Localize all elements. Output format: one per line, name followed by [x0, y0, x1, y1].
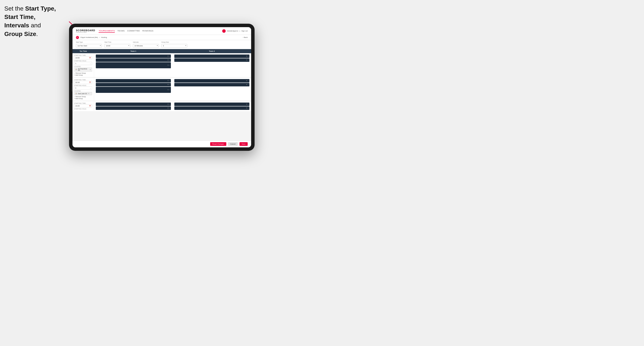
starting-hole-label-1: STARTING HOLE:: [74, 60, 92, 62]
starting-time-value-2[interactable]: 10:10 ⏰: [74, 81, 92, 84]
bold-start-type: Start Type,: [25, 5, 56, 12]
time-display-2: 10:10: [75, 81, 80, 83]
breadcrumb-section: Hosting: [101, 36, 107, 38]
player-x-4-1: ✕ ○: [246, 80, 248, 82]
starting-hole-value-2[interactable]: 1 ⌄: [74, 86, 92, 90]
col-team1: Team 1: [94, 49, 172, 53]
player-x-3-2: ✕ ○: [168, 84, 170, 86]
hole-arrow-1: ⌄: [90, 63, 91, 64]
table-header: Tee Time Team 1 Team 2: [72, 49, 251, 53]
group-size-select[interactable]: 3 2 4: [162, 44, 187, 48]
breadcrumb-bar: C Clippd Invitational (Me) › Hosting ‹ B…: [72, 35, 251, 40]
tab-rankings[interactable]: RANKINGS: [142, 29, 154, 33]
bold-intervals: Intervals: [4, 22, 29, 29]
player-input-1-1[interactable]: ✕ ○: [96, 54, 171, 58]
player-input-6-1[interactable]: ✕ ○: [174, 103, 250, 106]
group-size-group: Group Size 3 2 4: [162, 41, 187, 48]
course-remove-btn-2[interactable]: ✕: [88, 93, 90, 95]
team1-col-2: ✕ ○ ✕ ○ ✕ ○: [94, 78, 172, 101]
course-badge-2: 🏌 East Lake GC ✕: [74, 92, 92, 95]
remove-group-link-2[interactable]: ○ Remove Group: [74, 96, 92, 97]
hole-display-1: 1: [75, 62, 76, 64]
intervals-select[interactable]: 10 Minutes 8 Minutes 12 Minutes: [133, 44, 159, 48]
group-size-label: Group Size: [162, 41, 187, 43]
tab-teams[interactable]: TEAMS: [117, 29, 125, 33]
starting-time-value-1[interactable]: 10:00 ⏰: [74, 56, 92, 59]
starting-hole-value-1[interactable]: 1 ⌄: [74, 62, 92, 65]
tablet-frame: SCOREBOARD Powered by clippd TOURNAMENTS…: [69, 24, 254, 151]
course-remove-btn-1[interactable]: ✕: [90, 69, 91, 71]
group-left-3: STARTING TIME: 10:20 ⏰ STARTING HOLE:: [72, 101, 94, 111]
start-type-select-wrapper[interactable]: 1st Tee Start Shotgun Start: [76, 43, 102, 48]
start-time-select-wrapper[interactable]: 10:00 09:00 08:00: [104, 43, 130, 48]
group-left-2: STARTING TIME: 10:10 ⏰ STARTING HOLE: 1 …: [72, 78, 94, 101]
starting-time-label-2: STARTING TIME:: [74, 79, 92, 81]
starting-hole-label-2: STARTING HOLE:: [74, 85, 92, 86]
player-x-2-2: ✕ ○: [246, 59, 248, 61]
team2-col-3: ✕ ○ ✕ ○: [172, 101, 251, 111]
player-input-1-3[interactable]: ✕ ○: [96, 62, 171, 68]
course-name-2: East Lake GC: [78, 93, 88, 94]
clock-icon-1: ⏰: [89, 57, 91, 59]
player-x-1-1: ✕ ○: [168, 55, 170, 57]
remove-group-link-1[interactable]: ○ Remove Group: [74, 72, 92, 74]
group-size-select-wrapper[interactable]: 3 2 4: [162, 43, 187, 48]
intervals-select-wrapper[interactable]: 10 Minutes 8 Minutes 12 Minutes: [133, 43, 159, 48]
player-input-3-2[interactable]: ✕ ○: [96, 83, 171, 86]
group-row-3: STARTING TIME: 10:20 ⏰ STARTING HOLE: ✕ …: [72, 101, 251, 111]
controls-bar: Start Type 1st Tee Start Shotgun Start S…: [72, 40, 251, 49]
starting-time-value-3[interactable]: 10:20 ⏰: [74, 104, 92, 108]
starting-hole-label-3: STARTING HOLE:: [74, 108, 92, 110]
reset-changes-button[interactable]: Reset Changes: [210, 142, 226, 146]
sign-out-link[interactable]: Sign out: [242, 30, 248, 32]
starting-time-label-1: STARTING TIME:: [74, 54, 92, 56]
tournament-name[interactable]: Clippd Invitational (Me): [80, 36, 98, 38]
user-email: blair@clippd.io: [227, 30, 238, 32]
col-team2: Team 2: [172, 49, 251, 53]
player-input-6-2[interactable]: ✕ ○: [174, 106, 250, 110]
back-link[interactable]: ‹ Back: [243, 36, 248, 38]
player-x-5-1: ✕ ○: [168, 103, 170, 105]
intervals-label: Intervals: [133, 41, 159, 43]
add-group-link-1[interactable]: + Add Group: [74, 74, 92, 76]
team1-col-1: ✕ ○ ✕ ○ ✕ ○: [94, 53, 172, 77]
course-flag-icon-2: 🏌: [75, 93, 77, 95]
action-links-2: ○ Remove Group + Add Group: [74, 96, 92, 99]
starting-time-label-3: STARTING TIME:: [74, 103, 92, 104]
nav-bar: SCOREBOARD Powered by clippd TOURNAMENTS…: [72, 27, 251, 35]
hole-arrow-2: ⌄: [90, 87, 91, 89]
tab-tournaments[interactable]: TOURNAMENTS: [98, 29, 115, 33]
player-input-3-3[interactable]: ✕ ○: [96, 87, 171, 93]
tab-committee[interactable]: COMMITTEE: [127, 29, 140, 33]
player-input-3-1[interactable]: ✕ ○: [96, 79, 171, 83]
player-x-6-2: ✕ ○: [246, 107, 248, 109]
clock-icon-3: ⏰: [89, 105, 91, 107]
start-type-select[interactable]: 1st Tee Start Shotgun Start: [76, 44, 102, 48]
user-avatar: [222, 29, 226, 33]
player-input-5-2[interactable]: ✕ ○: [96, 106, 171, 110]
start-type-group: Start Type 1st Tee Start Shotgun Start: [76, 41, 102, 48]
course-badge-1: 🏌 (A) Peachtree GC ✕: [74, 67, 92, 72]
player-input-4-1[interactable]: ✕ ○: [174, 79, 250, 83]
time-display-3: 10:20: [75, 105, 80, 107]
player-input-4-2[interactable]: ✕ ○: [174, 83, 250, 86]
nav-right: blair@clippd.io | Sign out: [222, 29, 248, 33]
save-button[interactable]: Save: [240, 142, 248, 146]
logo-area: SCOREBOARD Powered by clippd: [76, 29, 95, 33]
player-input-5-1[interactable]: ✕ ○: [96, 103, 171, 106]
start-time-select[interactable]: 10:00 09:00 08:00: [104, 44, 130, 48]
intro-text: Set the: [4, 5, 25, 12]
player-x-1-3: ✕ ○: [168, 64, 170, 66]
breadcrumb-separator: ›: [99, 36, 100, 38]
player-input-1-2[interactable]: ✕ ○: [96, 58, 171, 62]
player-input-2-2[interactable]: ✕ ○: [174, 58, 250, 62]
tablet-side-button: [72, 83, 72, 92]
group-row-2: STARTING TIME: 10:10 ⏰ STARTING HOLE: 1 …: [72, 78, 251, 101]
cancel-button[interactable]: Cancel: [228, 142, 238, 146]
add-group-link-2[interactable]: + Add Group: [74, 98, 92, 99]
tablet-screen: SCOREBOARD Powered by clippd TOURNAMENTS…: [72, 27, 251, 147]
breadcrumb-icon: C: [76, 36, 79, 39]
course-flag-icon-1: 🏌: [75, 69, 77, 70]
player-input-2-1[interactable]: ✕ ○: [174, 54, 250, 58]
and-text: and: [29, 22, 41, 29]
